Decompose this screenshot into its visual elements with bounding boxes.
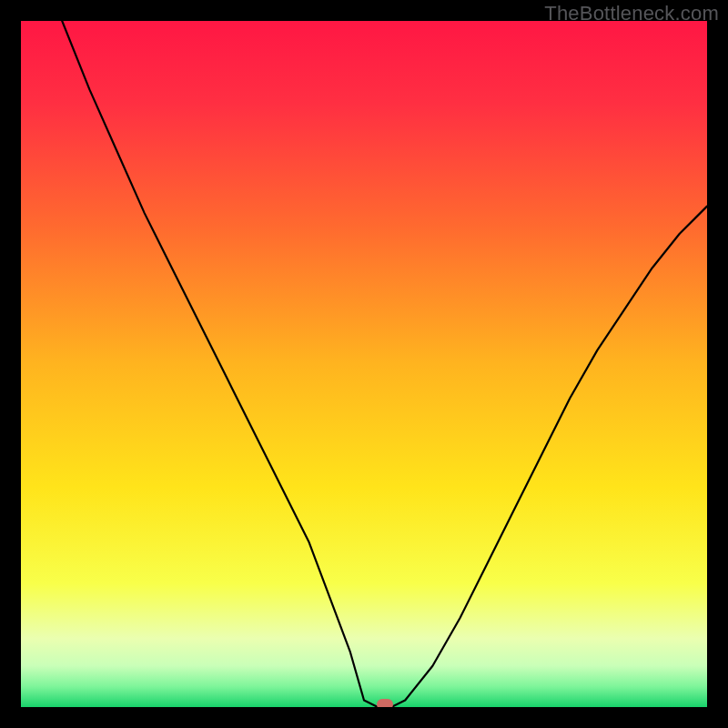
plot-area [21, 21, 707, 707]
optimal-point-marker [377, 699, 393, 707]
chart-frame: TheBottleneck.com [0, 0, 728, 728]
bottleneck-curve [21, 21, 707, 707]
